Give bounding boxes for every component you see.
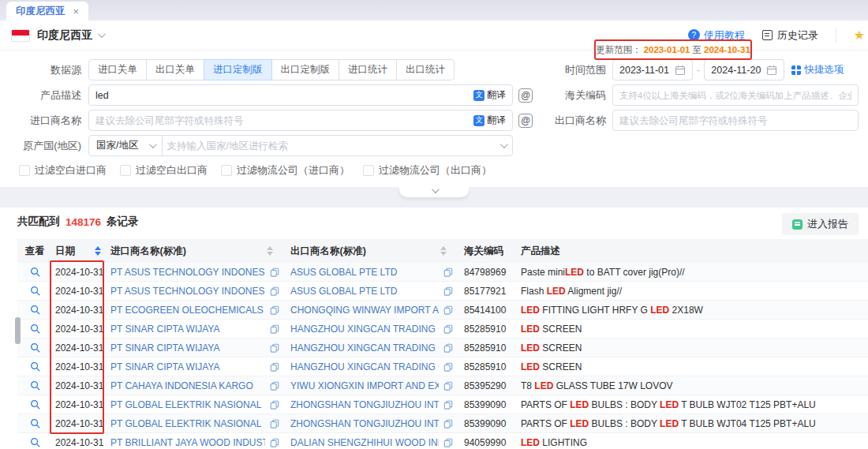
- copy-icon[interactable]: [443, 324, 453, 334]
- copy-icon[interactable]: [270, 305, 279, 315]
- chevron-down-icon[interactable]: [98, 30, 106, 38]
- view-record-button[interactable]: [30, 380, 40, 391]
- copy-icon[interactable]: [270, 268, 279, 277]
- exporter-name-field[interactable]: [612, 110, 859, 131]
- sort-icon[interactable]: [267, 246, 273, 256]
- sort-icon[interactable]: [95, 246, 101, 256]
- exporter-link[interactable]: HANGZHOU XINGCAN TRADING CO LTD: [290, 324, 439, 335]
- quick-options-link[interactable]: 快捷选项: [791, 63, 844, 77]
- view-record-button[interactable]: [30, 342, 40, 353]
- filter-checkbox[interactable]: 过滤物流公司（进口商）: [221, 163, 350, 178]
- copy-icon[interactable]: [270, 438, 279, 447]
- data-source-option[interactable]: 进口定制版: [204, 59, 272, 80]
- date-start-input[interactable]: [619, 65, 671, 76]
- data-source-option[interactable]: 进口关单: [88, 59, 147, 80]
- view-record-button[interactable]: [30, 324, 40, 334]
- importer-link[interactable]: PT GLOBAL ELEKTRIK NASIONAL: [110, 418, 265, 429]
- product-desc-field[interactable]: 翻译: [88, 84, 513, 106]
- copy-icon[interactable]: [270, 400, 279, 410]
- view-record-button[interactable]: [30, 399, 40, 410]
- divider: [836, 28, 836, 43]
- copy-icon[interactable]: [443, 400, 453, 410]
- hs-code-input[interactable]: [619, 91, 851, 100]
- column-header[interactable]: 出口商名称(标准): [287, 239, 461, 263]
- product-desc-input[interactable]: [95, 90, 470, 101]
- copy-icon[interactable]: [443, 305, 453, 315]
- checkbox-box[interactable]: [363, 165, 374, 176]
- view-record-button[interactable]: [30, 418, 40, 428]
- origin-type-select[interactable]: 国家/地区: [89, 136, 163, 155]
- date-end-field[interactable]: [704, 59, 784, 80]
- importer-link[interactable]: PT ASUS TECHNOLOGY INDONESIA BA...: [110, 267, 265, 278]
- importer-link[interactable]: PT SINAR CIPTA WIJAYA: [110, 342, 265, 354]
- checkbox-box[interactable]: [221, 165, 232, 176]
- view-record-button[interactable]: [30, 305, 40, 315]
- translate-button[interactable]: 翻译: [473, 88, 506, 102]
- exporter-link[interactable]: CHONGQING WINWAY IMPORT AND E...: [290, 305, 439, 316]
- collapse-panel-handle[interactable]: [399, 187, 469, 197]
- importer-name-field[interactable]: 翻译: [88, 110, 513, 131]
- filter-checkbox[interactable]: 过滤物流公司（出口商）: [363, 163, 492, 178]
- filter-checkbox[interactable]: 过滤空白进口商: [19, 163, 107, 178]
- importer-link[interactable]: PT ECOGREEN OLEOCHEMICALS: [110, 305, 265, 316]
- copy-icon[interactable]: [270, 419, 279, 428]
- importer-name-input[interactable]: [95, 115, 470, 126]
- origin-search-input[interactable]: [166, 140, 496, 152]
- copy-icon[interactable]: [443, 343, 453, 353]
- data-source-option[interactable]: 出口定制版: [271, 59, 340, 80]
- copy-icon[interactable]: [270, 324, 279, 334]
- enter-report-button[interactable]: 进入报告: [782, 213, 859, 235]
- exporter-link[interactable]: ASUS GLOBAL PTE LTD: [290, 286, 439, 297]
- history-link[interactable]: 历史记录: [762, 28, 818, 43]
- scrollbar-thumb[interactable]: [15, 317, 21, 344]
- importer-link[interactable]: PT ASUS TECHNOLOGY INDONESIA BA...: [110, 286, 265, 297]
- copy-icon[interactable]: [270, 343, 279, 353]
- exporter-link[interactable]: ASUS GLOBAL PTE LTD: [290, 267, 439, 278]
- tab-indonesia[interactable]: 印度尼西亚: [6, 2, 88, 21]
- exporter-link[interactable]: HANGZHOU XINGCAN TRADING CO LTD: [290, 361, 439, 372]
- data-source-option[interactable]: 进口统计: [339, 59, 397, 80]
- date-cell: 2024-10-31: [52, 342, 107, 354]
- copy-icon[interactable]: [270, 381, 279, 391]
- copy-icon[interactable]: [443, 362, 453, 372]
- copy-icon[interactable]: [443, 268, 453, 277]
- translate-button[interactable]: 翻译: [473, 114, 506, 127]
- highlighted-term: LED: [660, 418, 679, 429]
- filter-checkbox[interactable]: 过滤空白出口商: [120, 163, 208, 178]
- view-record-button[interactable]: [30, 361, 40, 372]
- copy-icon[interactable]: [443, 438, 453, 447]
- column-header[interactable]: 日期: [52, 239, 107, 263]
- data-source-option[interactable]: 出口统计: [396, 59, 455, 80]
- sort-icon[interactable]: [440, 246, 447, 256]
- hs-code-field[interactable]: [612, 84, 859, 106]
- copy-icon[interactable]: [443, 419, 453, 428]
- importer-link[interactable]: PT GLOBAL ELEKTRIK NASIONAL: [110, 399, 265, 410]
- date-end-input[interactable]: [711, 65, 762, 76]
- view-record-button[interactable]: [30, 286, 40, 296]
- view-record-button[interactable]: [30, 267, 40, 277]
- importer-link[interactable]: PT CAHAYA INDONESIA KARGO: [110, 380, 265, 391]
- importer-link[interactable]: PT SINAR CIPTA WIJAYA: [110, 324, 265, 335]
- exporter-link[interactable]: ZHONGSHAN TONGJIUZHOU INTERNA...: [290, 399, 439, 410]
- highlighted-term: LED: [547, 286, 566, 297]
- origin-country-field[interactable]: 国家/地区: [88, 135, 513, 156]
- copy-icon[interactable]: [443, 381, 453, 391]
- copy-icon[interactable]: [443, 286, 453, 296]
- checkbox-box[interactable]: [19, 165, 30, 176]
- importer-link[interactable]: PT SINAR CIPTA WIJAYA: [110, 361, 265, 372]
- copy-icon[interactable]: [270, 286, 279, 296]
- column-header[interactable]: 进口商名称(标准): [107, 239, 287, 263]
- checkbox-box[interactable]: [120, 165, 131, 176]
- date-start-field[interactable]: [612, 59, 693, 80]
- exporter-link[interactable]: DALIAN SHENGZHIHUI WOOD INDUST...: [290, 437, 439, 448]
- exporter-link[interactable]: HANGZHOU XINGCAN TRADING CO LTD: [290, 342, 439, 354]
- exporter-link[interactable]: YIWU XIONGXIN IMPORT AND EXPORT...: [290, 380, 439, 391]
- exporter-link[interactable]: ZHONGSHAN TONGJIUZHOU INTERNA...: [290, 418, 439, 429]
- importer-link[interactable]: PT BRILLIANT JAYA WOOD INDUSTRY: [110, 437, 265, 448]
- copy-icon[interactable]: [270, 362, 279, 372]
- exporter-name-input[interactable]: [619, 115, 851, 126]
- favorite-star-icon[interactable]: [854, 28, 865, 43]
- data-source-option[interactable]: 出口关单: [146, 59, 204, 80]
- close-icon[interactable]: [73, 6, 80, 17]
- view-record-button[interactable]: [30, 437, 40, 447]
